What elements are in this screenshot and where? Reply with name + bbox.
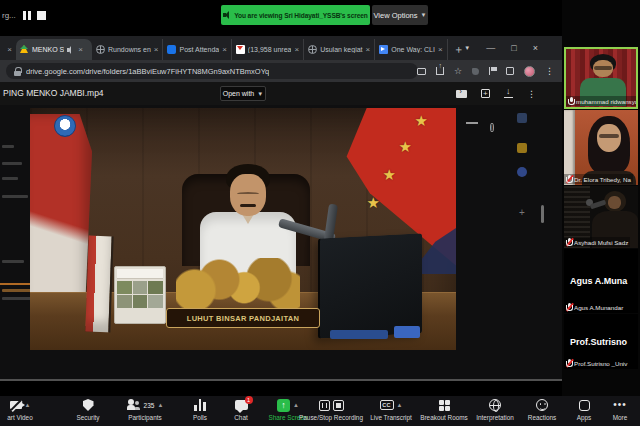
extension-flag-icon[interactable]	[489, 67, 496, 75]
video-player[interactable]: ★ ★ ★ ★	[30, 108, 456, 350]
recording-label: rg...	[2, 11, 16, 20]
calendar-icon[interactable]	[517, 143, 527, 153]
participant-face	[608, 196, 621, 209]
tab-mail[interactable]: (13,958 unrea ×	[232, 39, 304, 60]
dimmed-file-row	[2, 195, 28, 198]
close-window-icon[interactable]: ×	[533, 43, 538, 53]
grid-icon	[439, 400, 450, 411]
close-icon[interactable]: ×	[294, 46, 299, 54]
more-button[interactable]: ••• More	[602, 398, 638, 421]
pause-icon[interactable]	[319, 400, 330, 411]
add-shortcut-icon[interactable]	[456, 90, 467, 98]
close-icon[interactable]: ×	[78, 46, 83, 54]
interpretation-button[interactable]: Interpretation	[470, 398, 520, 421]
participant-name: Asyhadi Mufsi Sadz	[564, 237, 630, 247]
desk-nameplate: LUHUT BINSAR PANDJAITAN	[166, 308, 320, 328]
close-icon[interactable]: ×	[7, 46, 12, 54]
security-button[interactable]: Security	[62, 398, 114, 421]
tab-usulan[interactable]: Usulan kegiat ×	[304, 39, 375, 60]
live-transcript-button[interactable]: CC▲ Live Transcript	[364, 398, 418, 421]
participant-name: Dr. Elora Tribedy, Na	[564, 174, 633, 184]
side-panel-app-icon[interactable]	[517, 113, 527, 123]
participant-tile[interactable]: Prof.Sutrisno Prof.Sutrisno _Univ	[564, 314, 638, 369]
globe-icon	[96, 45, 105, 54]
video-camera-icon	[10, 401, 22, 409]
bar-chart-icon	[194, 399, 206, 411]
minimize-icon[interactable]: —	[486, 43, 495, 53]
chat-button[interactable]: 1 Chat	[222, 398, 260, 421]
download-icon[interactable]	[504, 89, 513, 98]
caret-icon[interactable]: ▲	[157, 402, 163, 408]
dimmed-file-row	[2, 260, 24, 263]
bookmark-star-icon[interactable]: ☆	[454, 66, 462, 76]
star-icon: ★	[367, 194, 380, 212]
ellipsis-icon: •••	[613, 402, 627, 408]
muted-mic-icon	[566, 175, 572, 183]
participant-tile[interactable]: Dr. Elora Tribedy, Na	[564, 110, 638, 185]
file-title: PING MENKO JAMBI.mp4	[3, 88, 104, 98]
address-bar[interactable]: drive.google.com/drive/folders/1aBBviEuw…	[6, 63, 418, 79]
stop-icon[interactable]	[333, 400, 344, 411]
open-with-button[interactable]: Open with ▼	[220, 86, 266, 101]
close-icon[interactable]: ×	[222, 46, 227, 54]
participant-face	[597, 124, 621, 152]
monitor	[318, 233, 422, 338]
stop-recording-icon[interactable]	[37, 11, 46, 20]
cast-icon[interactable]	[417, 68, 426, 75]
add-to-workspace-icon[interactable]	[481, 89, 490, 98]
recording-indicator: rg...	[2, 5, 46, 25]
dimmed-file-row	[2, 177, 18, 180]
maximize-icon[interactable]: □	[511, 43, 516, 53]
participant-name: Agus A.Munandar	[564, 302, 625, 312]
participant-tile[interactable]: Agus A.Muna Agus A.Munandar	[564, 249, 638, 313]
caret-icon[interactable]: ▲	[397, 402, 403, 408]
preview-actions: ⋮	[456, 82, 536, 105]
extension-pin-icon[interactable]	[472, 68, 479, 75]
polls-button[interactable]: Polls	[180, 398, 220, 421]
view-options-button[interactable]: View Options ▼	[372, 5, 428, 25]
tab-label: Usulan kegiat	[320, 46, 362, 53]
pause-recording-icon[interactable]	[22, 11, 31, 20]
more-actions-icon[interactable]: ⋮	[527, 89, 536, 99]
participant-tile[interactable]: muhammad ridwansya	[564, 47, 638, 109]
cable	[330, 330, 388, 339]
shield-icon	[83, 399, 94, 411]
reactions-button[interactable]: Reactions	[522, 398, 562, 421]
keep-icon[interactable]	[517, 167, 527, 177]
close-icon[interactable]: ×	[438, 46, 443, 54]
breakout-rooms-button[interactable]: Breakout Rooms	[418, 398, 470, 421]
tab-search-icon[interactable]: ▼	[464, 45, 470, 51]
browser-toolbar: drive.google.com/drive/folders/1aBBviEuw…	[0, 60, 562, 82]
muted-mic-icon	[566, 238, 572, 246]
divider	[0, 379, 562, 381]
browser-menu-icon[interactable]: ⋮	[545, 66, 554, 76]
tab-post-attendance[interactable]: Post Attenda ×	[163, 39, 231, 60]
apps-button[interactable]: Apps	[566, 398, 602, 421]
info-icon[interactable]: i	[490, 116, 494, 134]
tab-drive-active[interactable]: MENKO S ×	[16, 39, 92, 60]
drive-preview-overlay: i + ★ ★ ★ ★	[0, 105, 562, 380]
scrollbar-thumb[interactable]	[541, 205, 544, 223]
blue-app-icon	[167, 45, 176, 54]
participant-name: muhammad ridwansya	[566, 96, 636, 106]
star-icon: ★	[415, 112, 428, 130]
shared-browser-window: × MENKO S × Rundowns en × Post Attenda ×…	[0, 36, 562, 380]
tab-label: (13,958 unrea	[248, 46, 292, 53]
mail-icon	[236, 45, 245, 54]
side-panel-icon[interactable]	[506, 67, 514, 75]
share-icon[interactable]	[436, 67, 444, 75]
start-video-button[interactable]: ▲ art Video	[0, 398, 46, 421]
close-icon[interactable]: ×	[366, 46, 371, 54]
tab-one-way[interactable]: One Way: CLI ×	[375, 39, 447, 60]
tab-partial[interactable]: ×	[0, 39, 16, 60]
tab-rundowns[interactable]: Rundowns en ×	[92, 39, 163, 60]
zoom-meeting-window: rg... You are viewing Sri Hidayati_YSSB'…	[0, 0, 640, 426]
close-icon[interactable]: ×	[154, 46, 159, 54]
participant-tile[interactable]: Asyhadi Mufsi Sadz	[564, 186, 638, 248]
participants-button[interactable]: 235 ▲ Participants	[114, 398, 176, 421]
caret-icon[interactable]: ▲	[25, 402, 31, 408]
tab-label: One Way: CLI	[391, 46, 435, 53]
get-addons-icon[interactable]: +	[519, 207, 525, 218]
profile-avatar[interactable]	[524, 66, 535, 77]
pause-stop-recording-button[interactable]: Pause/Stop Recording	[294, 398, 368, 421]
